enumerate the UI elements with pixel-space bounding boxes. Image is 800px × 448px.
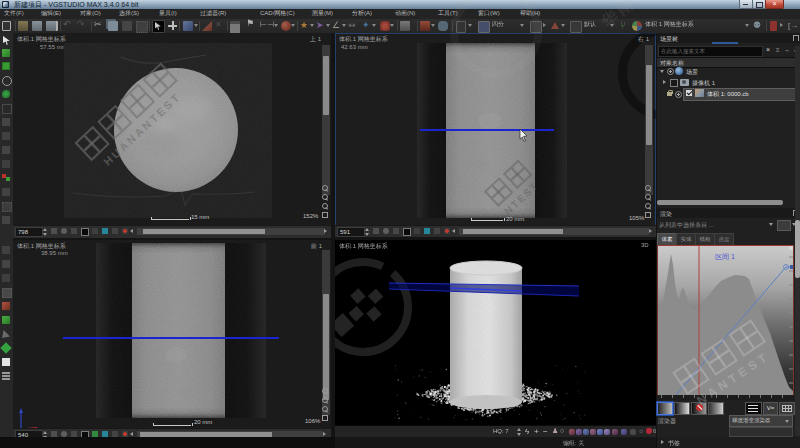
svg-text:区间 1: 区间 1 — [715, 253, 735, 261]
